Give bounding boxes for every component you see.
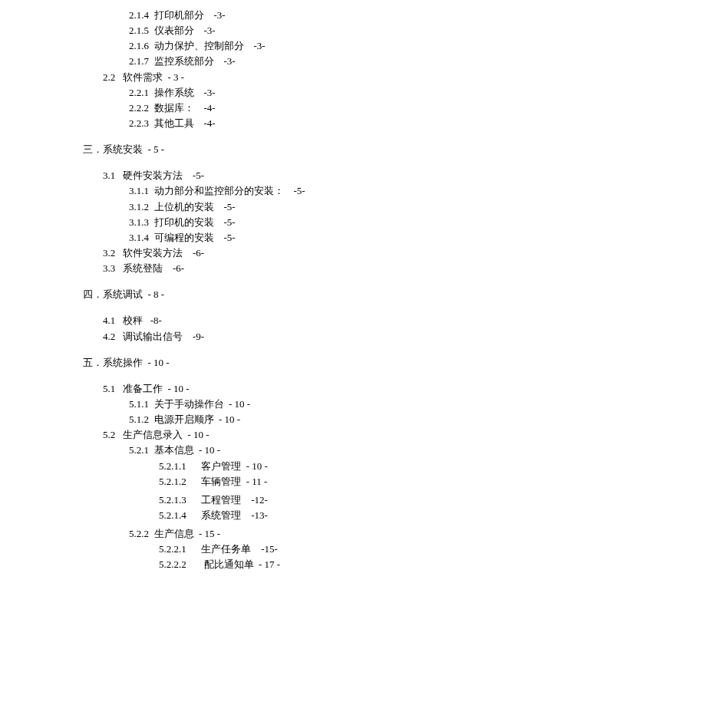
toc-entry: 4.1 校秤 -8- — [0, 313, 706, 328]
toc-entry: 2.1.5 仪表部分 -3- — [0, 23, 706, 38]
toc-entry: 5.2.1.1 客户管理 - 10 - — [0, 459, 706, 474]
toc-entry: 3.1.2 上位机的安装 -5- — [0, 199, 706, 215]
toc-entry: 2.2.2 数据库： -4- — [0, 100, 706, 116]
toc-entry: 5.2 生产信息录入 - 10 - — [0, 427, 706, 443]
toc-entry: 2.2.3 其他工具 -4- — [0, 116, 706, 131]
toc-entry: 3.3 系统登陆 -6- — [0, 261, 706, 276]
toc-entry: 2.1.6 动力保护、控制部分 -3- — [0, 38, 706, 54]
toc-entry: 5.1.1 关于手动操作台 - 10 - — [0, 397, 706, 412]
toc-entry: 2.2 软件需求 - 3 - — [0, 70, 706, 85]
toc-entry: 4.2 调试输出信号 -9- — [0, 329, 706, 344]
toc-entry: 5.2.1 基本信息 - 10 - — [0, 443, 706, 458]
toc-entry: 3.1.4 可编程的安装 -5- — [0, 230, 706, 245]
toc-entry: 3.1.3 打印机的安装 -5- — [0, 215, 706, 230]
toc-entry: 5.2.2.1 生产任务单 -15- — [0, 542, 706, 557]
toc-entry: 5.2.2.2 配比通知单 - 17 - — [0, 557, 706, 572]
toc-entry: 5.2.1.2 车辆管理 - 11 - — [0, 474, 706, 489]
toc-entry: 五．系统操作 - 10 - — [0, 355, 706, 371]
toc-entry: 3.1 硬件安装方法 -5- — [0, 168, 706, 183]
toc-entry: 5.2.1.3 工程管理 -12- — [0, 492, 706, 508]
toc-entry: 5.1 准备工作 - 10 - — [0, 381, 706, 397]
toc-entry: 5.1.2 电源开启顺序 - 10 - — [0, 412, 706, 427]
toc-entry: 5.2.1.4 系统管理 -13- — [0, 508, 706, 523]
toc-entry: 5.2.2 生产信息 - 15 - — [0, 526, 706, 542]
toc-entry: 2.1.4 打印机部分 -3- — [0, 8, 706, 23]
toc-entry: 四．系统调试 - 8 - — [0, 287, 706, 302]
table-of-contents: 2.1.4 打印机部分 -3-2.1.5 仪表部分 -3-2.1.6 动力保护、… — [0, 8, 706, 573]
toc-entry: 2.2.1 操作系统 -3- — [0, 85, 706, 100]
toc-entry: 3.1.1 动力部分和监控部分的安装： -5- — [0, 183, 706, 199]
toc-entry: 3.2 软件安装方法 -6- — [0, 245, 706, 261]
toc-entry: 2.1.7 监控系统部分 -3- — [0, 54, 706, 69]
toc-entry: 三．系统安装 - 5 - — [0, 142, 706, 157]
